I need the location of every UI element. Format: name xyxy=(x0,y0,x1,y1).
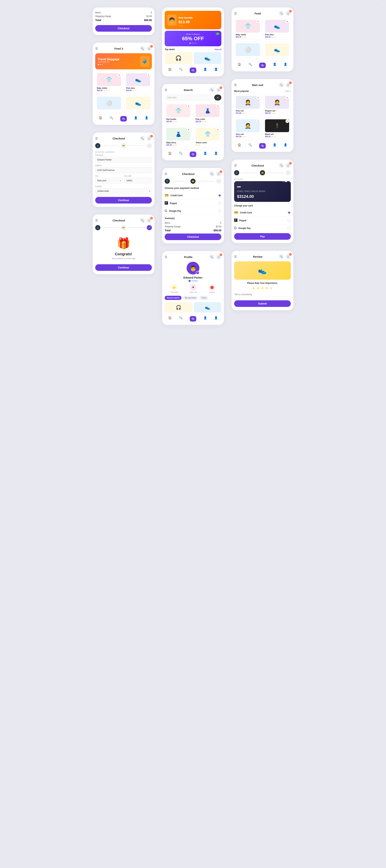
elegant-suit-card[interactable]: ♥ 🤵 Elegant suit $85.00 ★ 4.9 xyxy=(264,94,291,116)
nav-profile[interactable]: 👤 xyxy=(273,143,277,149)
cart-icon[interactable]: 🛒 3 xyxy=(286,82,291,88)
grey-suit-card[interactable]: ♥ 🤵 Grey suit $75.00 ★ 4.5 xyxy=(234,94,261,116)
tab-recent-search[interactable]: Recent search xyxy=(165,296,181,300)
search-icon[interactable]: 🔍 xyxy=(279,163,284,168)
wishlist-button[interactable]: ♥ xyxy=(216,128,220,131)
nav-search[interactable]: 🔍 xyxy=(179,67,183,73)
product-card[interactable]: ♥ 👟 Pink shoe $09.00 ★ 4.7 xyxy=(125,71,152,93)
viewed-stat[interactable]: 🔴 Viewed xyxy=(209,284,215,293)
cart-icon[interactable]: 🛒 3 xyxy=(216,87,221,92)
wishlist-stat[interactable]: ♥ Wish List xyxy=(190,284,197,293)
nav-home[interactable]: 🏠 xyxy=(168,316,172,321)
nav-search[interactable]: 🔍 xyxy=(109,116,113,122)
zip-input[interactable] xyxy=(124,178,152,184)
star-4[interactable]: ★ xyxy=(265,286,269,290)
star-1[interactable]: ★ xyxy=(252,286,255,290)
menu-icon[interactable]: ☰ xyxy=(234,12,237,15)
cart-icon[interactable]: 🛒 3 xyxy=(147,136,152,141)
paypal-option[interactable]: 🅿 Paypal xyxy=(234,217,291,224)
nav-shop[interactable]: 🛍 xyxy=(190,316,196,321)
wishlist-button[interactable]: ♥ xyxy=(216,104,220,108)
cart-icon[interactable]: 🛒 3 xyxy=(286,163,291,168)
nav-account[interactable]: 👤 xyxy=(145,116,148,122)
radio-unselected[interactable] xyxy=(218,202,221,205)
credit-card-option[interactable]: 💳 Credit Card xyxy=(165,192,221,199)
nav-shop[interactable]: 🛍 xyxy=(190,152,196,157)
nav-search[interactable]: 🔍 xyxy=(179,316,183,321)
wishlist-button[interactable]: ♥ xyxy=(256,96,260,99)
search-icon[interactable]: 🔍 xyxy=(140,218,145,223)
menu-icon[interactable]: ☰ xyxy=(165,172,167,176)
menu-icon[interactable]: ☰ xyxy=(165,255,167,259)
avatar-edit-button[interactable]: ✎ xyxy=(196,271,200,275)
search-icon[interactable]: 🔍 xyxy=(140,46,145,51)
product-card[interactable]: ⚪ xyxy=(95,95,122,112)
menu-icon[interactable]: ☰ xyxy=(234,83,237,87)
star-5[interactable]: ★ xyxy=(270,286,273,290)
menu-icon[interactable]: ☰ xyxy=(165,88,167,92)
paypal-option[interactable]: 🅿 Paypal xyxy=(165,199,221,207)
product-card[interactable]: ♥ 👕 Yellow t-shirt ★ 4.5 xyxy=(194,126,221,148)
checkout-button[interactable]: Checkout xyxy=(95,25,152,32)
black-suit-card[interactable]: ♥ 🕴 Black suit $80.00 ★ 4.9 xyxy=(264,118,291,139)
submit-button[interactable]: Submit xyxy=(234,300,291,307)
deal-headphones[interactable]: 🎧 xyxy=(165,52,192,64)
full-name-input[interactable] xyxy=(95,157,152,163)
pay-button[interactable]: Pay xyxy=(234,233,291,240)
menu-icon[interactable]: ☰ xyxy=(95,137,98,140)
nav-profile[interactable]: 👤 xyxy=(203,316,207,321)
nav-profile[interactable]: 👤 xyxy=(203,67,207,73)
credit-card-option[interactable]: 💳 Credit Card xyxy=(234,209,291,217)
cart-icon[interactable]: 🛒 3 xyxy=(147,218,152,223)
product-card[interactable]: ♥ 👕 Red hoodie $25.00 ★ 4.5 xyxy=(165,103,192,124)
product-card[interactable]: ⚪ xyxy=(234,41,261,59)
nav-profile[interactable]: 👤 xyxy=(273,63,277,68)
wishlist-button[interactable]: ♥ xyxy=(256,119,260,123)
nav-home[interactable]: 🏠 xyxy=(238,63,241,68)
wishlist-button[interactable]: ♥ xyxy=(187,104,190,108)
search-input[interactable] xyxy=(165,95,213,100)
cart-icon[interactable]: 🛒 3 xyxy=(286,11,291,16)
product-shoes[interactable]: 👟 xyxy=(194,302,221,313)
nav-shop[interactable]: 🛍 xyxy=(120,116,127,122)
wishlist-button[interactable]: ♥ xyxy=(285,96,289,99)
review-text-input[interactable] xyxy=(234,292,291,297)
clear-button[interactable]: ✕ xyxy=(214,95,221,100)
sort-button[interactable]: Sort ≡ xyxy=(285,90,291,92)
card-toggle[interactable] xyxy=(281,179,288,182)
menu-icon[interactable]: ☰ xyxy=(234,164,237,167)
view-all-link[interactable]: View all xyxy=(215,49,221,51)
nav-shop[interactable]: 🛍 xyxy=(259,143,266,149)
radio-unselected[interactable] xyxy=(287,226,291,230)
continue-button[interactable]: Continue xyxy=(95,264,152,271)
star-2[interactable]: ★ xyxy=(256,286,260,290)
continue-button[interactable]: Continue xyxy=(95,197,152,204)
product-card[interactable]: ♥ 👟 Pink shoe $09.00 ★ 4.7 xyxy=(264,18,291,40)
wishlist-button[interactable]: ♥ xyxy=(285,119,289,123)
search-icon[interactable]: 🔍 xyxy=(209,171,214,177)
deal-shoes[interactable]: 👟 xyxy=(194,52,221,64)
googlepay-option[interactable]: G Google Pay xyxy=(165,207,221,215)
cart-icon[interactable]: 🛒 3 xyxy=(216,254,221,259)
radio-unselected[interactable] xyxy=(287,219,291,222)
tab-my-purchase[interactable]: My purchase xyxy=(183,296,198,300)
city-select[interactable]: New york xyxy=(95,178,123,184)
nav-account[interactable]: 👤 xyxy=(284,143,287,149)
nav-account[interactable]: 👤 xyxy=(214,316,218,321)
product-card[interactable]: 👟 xyxy=(125,95,152,112)
menu-icon[interactable]: ☰ xyxy=(95,47,98,50)
cart-icon[interactable]: 🛒 3 xyxy=(216,171,221,177)
checkout-button[interactable]: Checkout xyxy=(165,234,221,240)
menu-icon[interactable]: ☰ xyxy=(234,255,237,258)
nav-home[interactable]: 🏠 xyxy=(238,143,241,149)
address-input[interactable] xyxy=(95,167,152,173)
search-icon[interactable]: 🔍 xyxy=(209,254,214,259)
country-select[interactable]: United state xyxy=(95,188,152,194)
product-card[interactable]: 👟 xyxy=(264,41,291,59)
search-icon[interactable]: 🔍 xyxy=(209,87,214,92)
nav-search[interactable]: 🔍 xyxy=(248,143,252,149)
nav-account[interactable]: 👤 xyxy=(284,63,287,68)
menu-icon[interactable]: ☰ xyxy=(95,219,98,222)
wishlist-button[interactable]: ♥ xyxy=(147,73,150,77)
search-icon[interactable]: 🔍 xyxy=(279,254,284,259)
